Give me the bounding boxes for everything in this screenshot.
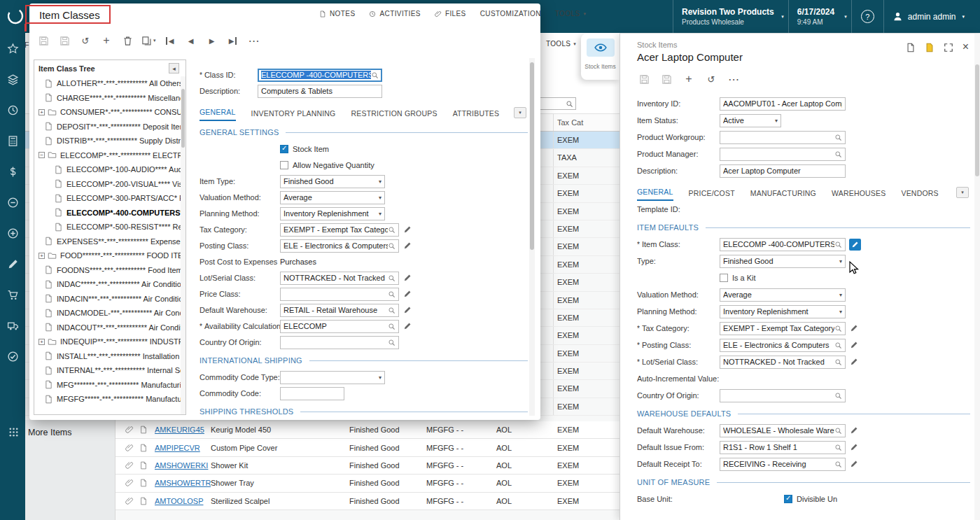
user-menu[interactable]: admin admin ▾ xyxy=(883,0,976,33)
edit-default-receipt-to-button[interactable] xyxy=(850,460,858,468)
availability-calculation-input[interactable]: ELECCOMP xyxy=(280,320,399,333)
tree-item-eleccomp[interactable]: −ELECCOMP*-***-********** ELECTR xyxy=(34,148,186,163)
more-actions-button[interactable]: ⋯ xyxy=(727,71,741,87)
item-class-tab-attributes[interactable]: ATTRIBUTES xyxy=(453,109,500,121)
tree-item-eleccomp-500-resist[interactable]: ELECCOMP*-500-RESIST**** Resist xyxy=(34,220,186,234)
tree-item-distrib[interactable]: DISTRIB**-***-********** Supply Distribu… xyxy=(34,134,186,148)
default-warehouse-input[interactable]: RETAIL - Retail Warehouse xyxy=(280,304,399,317)
description-input[interactable]: Computers & Tablets xyxy=(258,85,382,98)
edit-tax-category-button[interactable] xyxy=(403,225,412,234)
expand-node-icon[interactable]: + xyxy=(38,109,45,115)
lot-serial-class-input[interactable]: NOTTRACKED - Not Tracked xyxy=(280,272,399,285)
inventory-id-link[interactable]: AMTOOLOSP xyxy=(155,497,211,505)
tree-item-mfgfg[interactable]: MFGFG*****-***-********** Manufacturing … xyxy=(34,392,186,407)
save-button[interactable] xyxy=(36,33,50,48)
edit-tax-category-button[interactable] xyxy=(850,324,858,332)
stock-item-tab-general[interactable]: GENERAL xyxy=(637,188,673,201)
valuation-method-select[interactable]: Average▾ xyxy=(720,288,846,302)
inventory-id-link[interactable]: AMSHOWERTR xyxy=(155,479,211,487)
panel-scrollbar[interactable] xyxy=(974,34,980,520)
tree-item-expenses[interactable]: EXPENSES**-***-********** Expenses xyxy=(34,234,186,249)
nav-item-time-and-expenses[interactable] xyxy=(0,94,25,125)
edit-item-class-button[interactable] xyxy=(849,239,861,251)
item-class-input[interactable]: ELECCOMP -400-COMPUTERS - Co xyxy=(720,238,846,251)
more-actions-button[interactable]: ⋯ xyxy=(247,33,261,48)
menu-files[interactable]: FILES xyxy=(435,10,466,17)
nav-item-payables[interactable] xyxy=(0,187,25,218)
nav-item-dashboards[interactable] xyxy=(0,341,25,372)
item-class-tab-inventory-planning[interactable]: INVENTORY PLANNING xyxy=(251,109,336,121)
stock-item-tab-warehouses[interactable]: WAREHOUSES xyxy=(832,189,886,201)
edit-posting-class-button[interactable] xyxy=(403,241,412,250)
stock-item-tab-price-cost[interactable]: PRICE/COST xyxy=(689,189,735,201)
menu-tools[interactable]: TOOLS▾ xyxy=(555,10,587,17)
commodity-code-type-select[interactable]: ▾ xyxy=(280,371,385,384)
tree-scrollbar[interactable] xyxy=(181,76,186,414)
nav-item-data-views[interactable] xyxy=(0,64,25,94)
tree-item-allother[interactable]: ALLOTHER**-***-********** All Others xyxy=(34,76,186,91)
menu-activities[interactable]: ACTIVITIES xyxy=(369,10,420,17)
tree-item-deposit[interactable]: DEPOSIT**-***-********** Deposit Item xyxy=(34,120,186,134)
acumatica-logo-icon[interactable] xyxy=(6,6,25,26)
save-button[interactable] xyxy=(637,71,651,87)
menu-notes[interactable]: NOTES xyxy=(319,10,355,17)
tree-item-indequip[interactable]: +INDEQUIP**-***-********** INDUSTRI xyxy=(34,335,186,349)
edit-posting-class-button[interactable] xyxy=(850,341,858,349)
expand-node-icon[interactable]: + xyxy=(38,253,45,259)
price-class-input[interactable] xyxy=(280,288,399,301)
tax-category-input[interactable]: EXEMPT - Exempt Tax Category xyxy=(280,223,399,237)
go-next-button[interactable]: ▶ xyxy=(205,33,219,48)
inventory-id-link[interactable]: AMPIPECVR xyxy=(155,444,211,452)
tree-item-eleccomp-200-visual[interactable]: ELECCOMP*-200-VISUAL**** Visual xyxy=(34,177,186,192)
tree-item-mfg[interactable]: MFG*******-***-********** Manufacturing … xyxy=(34,378,186,393)
grid-row-amshowertr[interactable]: AMSHOWERTRShower TrayFinished GoodMFGFG … xyxy=(115,475,620,492)
stock-item-checkbox[interactable] xyxy=(280,145,288,153)
tree-item-internal[interactable]: INTERNAL**-***-********** Internal Servi… xyxy=(34,363,186,378)
planning-method-select[interactable]: Inventory Replenishment▾ xyxy=(720,305,846,318)
edit-lot-serial-class-button[interactable] xyxy=(850,358,858,366)
undo-button[interactable]: ↺ xyxy=(704,71,718,87)
collapse-node-icon[interactable]: − xyxy=(38,152,45,158)
posting-class-input[interactable]: ELE - Electronics & Computers xyxy=(720,339,846,352)
save-and-stay-button[interactable] xyxy=(659,71,673,87)
nav-item-banking[interactable] xyxy=(0,156,25,187)
tree-item-indac[interactable]: INDAC*****-***-********** Air Conditioni… xyxy=(34,277,186,292)
grid-row-amshowerki[interactable]: AMSHOWERKIShower KitFinished GoodMFGFG -… xyxy=(115,457,620,475)
tree-item-eleccomp-400-computers[interactable]: ELECCOMP*-400-COMPUTERS* Co xyxy=(34,206,186,220)
collapse-tree-button[interactable]: ◂ xyxy=(169,63,179,73)
allow-negative-quantity-checkbox[interactable] xyxy=(280,161,288,169)
class-id-input[interactable]: ELECCOMP -400-COMPUTERS xyxy=(258,69,382,82)
divisible-un-checkbox[interactable] xyxy=(784,495,792,503)
tree-item-install[interactable]: INSTALL***-***-********** Installation xyxy=(34,349,186,364)
delete-button[interactable] xyxy=(120,33,134,48)
edit-price-class-button[interactable] xyxy=(403,290,412,298)
tree-item-foodns[interactable]: FOODNS****-***-********** Food Item - No… xyxy=(34,263,186,278)
company-selector[interactable]: Revision Two Products Products Wholesale… xyxy=(673,0,788,33)
item-status-select[interactable]: Active▾ xyxy=(720,114,781,127)
nav-item-purchases[interactable] xyxy=(0,279,25,310)
lot-serial-class-input[interactable]: NOTTRACKED - Not Tracked xyxy=(720,356,846,369)
insert-button[interactable]: + xyxy=(99,33,113,48)
tree-item-indacmodel[interactable]: INDACMODEL-***-********** Air Conditioni… xyxy=(34,306,186,321)
nav-item-finance[interactable] xyxy=(0,125,25,156)
stock-item-tabs-expander-button[interactable]: ▾ xyxy=(956,187,969,198)
default-issue-from-input[interactable]: R1S1 - Row 1 Shelf 1 xyxy=(720,441,846,454)
nav-item-favorites[interactable] xyxy=(0,33,25,64)
grid-row-ampipecvr[interactable]: AMPIPECVRCustom Pipe CoverFinished GoodM… xyxy=(115,439,620,456)
tree-item-indacin[interactable]: INDACIN***-***-********** Air Conditioni… xyxy=(34,292,186,307)
stock-item-tab-vendors[interactable]: VENDORS xyxy=(901,189,938,201)
item-type-select[interactable]: Finished Good▾ xyxy=(280,175,385,188)
save-and-stay-button[interactable] xyxy=(57,33,71,48)
inventory-id-link[interactable]: AMKEURIG45 xyxy=(155,426,211,434)
grid-row-amkeurig45[interactable]: AMKEURIG45Keurig Model 450Finished GoodM… xyxy=(115,421,620,439)
edit-default-issue-from-button[interactable] xyxy=(850,443,858,451)
go-previous-button[interactable]: ◀ xyxy=(184,33,198,48)
tree-item-consumer[interactable]: +CONSUMER*-***-********** CONSU xyxy=(34,105,186,120)
undo-button[interactable]: ↺ xyxy=(78,33,92,48)
expand-button[interactable] xyxy=(944,41,953,53)
tree-item-charge[interactable]: CHARGE****-***-********** Miscellaneous … xyxy=(34,91,186,106)
tree-item-eleccomp-300-parts-acc[interactable]: ELECCOMP*-300-PARTS/ACC* Parts xyxy=(34,191,186,206)
go-first-button[interactable]: ◀ xyxy=(163,33,177,48)
planning-method-select[interactable]: Inventory Replenishment▾ xyxy=(280,207,385,220)
country-of-origin-input[interactable] xyxy=(720,389,846,402)
